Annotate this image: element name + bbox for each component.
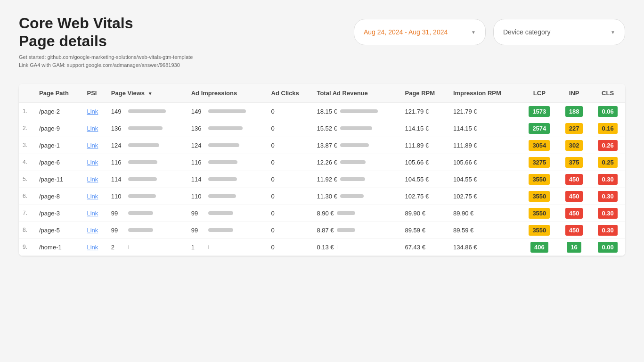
page-views-bar bbox=[128, 194, 156, 198]
ad-clicks: 0 bbox=[268, 205, 313, 222]
col-page-views[interactable]: Page Views ▼ bbox=[107, 84, 187, 103]
ad-clicks: 0 bbox=[268, 154, 313, 171]
sort-arrow-icon: ▼ bbox=[148, 91, 153, 96]
lcp-value: 3550 bbox=[521, 205, 558, 222]
psi-link[interactable]: Link bbox=[83, 120, 107, 137]
table-row: 1. /page-2 Link 149 149 0 18.15 € 121.79… bbox=[19, 103, 625, 120]
lcp-badge: 3550 bbox=[529, 191, 550, 202]
inp-badge: 450 bbox=[565, 191, 583, 202]
row-number: 2. bbox=[19, 120, 35, 137]
page-rpm: 114.15 € bbox=[401, 120, 449, 137]
ad-impressions: 116 bbox=[187, 154, 268, 171]
lcp-badge: 406 bbox=[530, 242, 548, 253]
total-ad-revenue: 18.15 € bbox=[313, 103, 401, 120]
page-views-bar bbox=[128, 245, 129, 249]
total-ad-revenue: 12.26 € bbox=[313, 154, 401, 171]
ad-impressions-bar bbox=[208, 177, 237, 181]
page-rpm: 89.59 € bbox=[401, 222, 449, 239]
cls-value: 0.30 bbox=[590, 222, 625, 239]
page-path: /page-8 bbox=[35, 188, 83, 205]
revenue-bar bbox=[340, 143, 369, 147]
revenue-bar bbox=[340, 194, 364, 198]
row-number: 1. bbox=[19, 103, 35, 120]
page-views: 2 bbox=[107, 239, 187, 255]
col-page-path: Page Path bbox=[35, 84, 83, 103]
col-ad-clicks: Ad Clicks bbox=[268, 84, 313, 103]
page-views-bar bbox=[128, 109, 166, 113]
table-row: 5. /page-11 Link 114 114 0 11.92 € 104.5… bbox=[19, 171, 625, 188]
cls-value: 0.25 bbox=[590, 154, 625, 171]
psi-link[interactable]: Link bbox=[83, 137, 107, 154]
row-number: 4. bbox=[19, 154, 35, 171]
ad-impressions: 149 bbox=[187, 103, 268, 120]
row-number: 5. bbox=[19, 171, 35, 188]
cls-value: 0.26 bbox=[590, 137, 625, 154]
date-filter-dropdown[interactable]: Aug 24, 2024 - Aug 31, 2024 ▼ bbox=[354, 19, 486, 45]
cls-value: 0.30 bbox=[590, 188, 625, 205]
ad-impressions: 99 bbox=[187, 205, 268, 222]
inp-value: 16 bbox=[558, 239, 590, 255]
psi-link[interactable]: Link bbox=[83, 188, 107, 205]
page-path: /home-1 bbox=[35, 239, 83, 255]
lcp-value: 3550 bbox=[521, 222, 558, 239]
lcp-value: 3054 bbox=[521, 137, 558, 154]
ad-impressions: 110 bbox=[187, 188, 268, 205]
page-views: 136 bbox=[107, 120, 187, 137]
ad-impressions: 1 bbox=[187, 239, 268, 255]
page-views: 149 bbox=[107, 103, 187, 120]
lcp-badge: 1573 bbox=[529, 106, 550, 117]
cls-badge: 0.30 bbox=[598, 191, 617, 202]
ad-clicks: 0 bbox=[268, 239, 313, 255]
page-path: /page-11 bbox=[35, 171, 83, 188]
cls-badge: 0.30 bbox=[598, 174, 617, 185]
ad-impressions-bar bbox=[208, 228, 233, 232]
col-impression-rpm: Impression RPM bbox=[449, 84, 521, 103]
date-filter-label: Aug 24, 2024 - Aug 31, 2024 bbox=[364, 28, 448, 36]
table-row: 2. /page-9 Link 136 136 0 15.52 € 114.15… bbox=[19, 120, 625, 137]
revenue-bar bbox=[340, 109, 378, 113]
page-views-bar bbox=[128, 126, 163, 130]
ad-impressions-bar bbox=[208, 211, 233, 215]
lcp-value: 3550 bbox=[521, 171, 558, 188]
cls-badge: 0.30 bbox=[598, 225, 617, 236]
col-page-rpm: Page RPM bbox=[401, 84, 449, 103]
page-rpm: 111.89 € bbox=[401, 137, 449, 154]
inp-value: 302 bbox=[558, 137, 590, 154]
psi-link[interactable]: Link bbox=[83, 205, 107, 222]
page-views-bar bbox=[128, 211, 153, 215]
ad-clicks: 0 bbox=[268, 137, 313, 154]
psi-link[interactable]: Link bbox=[83, 222, 107, 239]
page-rpm: 105.66 € bbox=[401, 154, 449, 171]
subtitle: Get started: github.com/google-marketing… bbox=[19, 53, 193, 70]
ad-clicks: 0 bbox=[268, 188, 313, 205]
psi-link[interactable]: Link bbox=[83, 154, 107, 171]
ad-impressions: 124 bbox=[187, 137, 268, 154]
ad-impressions-bar bbox=[208, 109, 246, 113]
page-views: 99 bbox=[107, 205, 187, 222]
col-psi: PSI bbox=[83, 84, 107, 103]
col-inp: INP bbox=[558, 84, 590, 103]
ad-impressions-bar bbox=[208, 160, 237, 164]
revenue-bar bbox=[337, 228, 355, 232]
inp-value: 450 bbox=[558, 205, 590, 222]
page-views-bar bbox=[128, 160, 157, 164]
col-num bbox=[19, 84, 35, 103]
inp-badge: 375 bbox=[565, 157, 583, 168]
date-filter-arrow-icon: ▼ bbox=[471, 30, 476, 35]
device-filter-dropdown[interactable]: Device category ▼ bbox=[493, 19, 625, 45]
page-rpm: 67.43 € bbox=[401, 239, 449, 255]
psi-link[interactable]: Link bbox=[83, 239, 107, 255]
ad-impressions: 114 bbox=[187, 171, 268, 188]
page-views-bar bbox=[128, 177, 157, 181]
ad-clicks: 0 bbox=[268, 120, 313, 137]
total-ad-revenue: 8.87 € bbox=[313, 222, 401, 239]
lcp-badge: 2574 bbox=[529, 123, 550, 134]
total-ad-revenue: 15.52 € bbox=[313, 120, 401, 137]
total-ad-revenue: 8.90 € bbox=[313, 205, 401, 222]
psi-link[interactable]: Link bbox=[83, 171, 107, 188]
lcp-value: 406 bbox=[521, 239, 558, 255]
cls-value: 0.16 bbox=[590, 120, 625, 137]
psi-link[interactable]: Link bbox=[83, 103, 107, 120]
cls-value: 0.06 bbox=[590, 103, 625, 120]
inp-value: 188 bbox=[558, 103, 590, 120]
